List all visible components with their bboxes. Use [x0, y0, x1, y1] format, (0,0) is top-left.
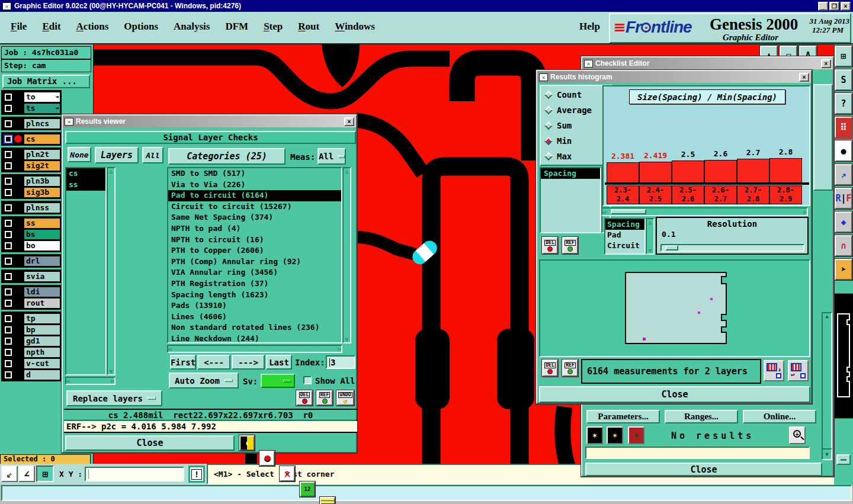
- layer-row-gd1[interactable]: gd1: [3, 335, 60, 346]
- layer-checkbox[interactable]: [5, 151, 12, 158]
- next-button[interactable]: --->: [232, 355, 265, 370]
- layer-chip[interactable]: sig3b: [24, 188, 60, 197]
- stat-radio-count[interactable]: Count: [541, 87, 611, 102]
- category-item[interactable]: Circuit to circuit (15267): [168, 201, 341, 213]
- xy-grid-icon[interactable]: ⊞: [835, 46, 852, 67]
- category-item[interactable]: NPTH to pad (4): [168, 223, 341, 235]
- layer-chip[interactable]: to◄: [24, 92, 60, 102]
- layer-checkbox[interactable]: [5, 220, 12, 227]
- layer-checkbox[interactable]: [5, 136, 12, 143]
- histogram-titlebar[interactable]: ✕ Results histogram ×: [537, 71, 811, 83]
- category-item[interactable]: PTH Registration (37): [168, 278, 341, 290]
- layer-row-rout[interactable]: rout: [3, 297, 60, 309]
- layer-checkbox[interactable]: [5, 204, 12, 211]
- menu-file[interactable]: File: [11, 21, 27, 33]
- layer-chip[interactable]: bp: [24, 325, 60, 335]
- layer-checkbox[interactable]: [5, 189, 12, 196]
- radio-diamond-icon[interactable]: [544, 106, 553, 114]
- step-path-icon[interactable]: S: [835, 69, 852, 91]
- minimize-button[interactable]: _: [818, 2, 828, 11]
- layer-chip[interactable]: npth: [24, 348, 60, 357]
- menu-actions[interactable]: Actions: [76, 21, 109, 33]
- job-matrix-button[interactable]: Job Matrix ...: [2, 75, 90, 88]
- measurements-del-button[interactable]: DEL: [542, 359, 558, 377]
- select-net-icon[interactable]: ➤: [835, 259, 852, 280]
- viewer-del-button[interactable]: DEL: [296, 390, 313, 406]
- layer-chip[interactable]: sig2t: [24, 161, 60, 171]
- results-viewer-titlebar[interactable]: ✕ Results viewer ×: [63, 115, 356, 127]
- category-item[interactable]: Pad to circuit (6164): [168, 190, 341, 201]
- layer-checkbox[interactable]: [5, 120, 12, 127]
- ranges-button[interactable]: Ranges...: [665, 410, 738, 423]
- stat-radio-sum[interactable]: Sum: [541, 118, 611, 133]
- radio-diamond-icon[interactable]: [544, 152, 553, 160]
- layer-chip[interactable]: pln3b: [24, 176, 60, 186]
- layer-checkbox[interactable]: [5, 273, 12, 280]
- undo-button[interactable]: UNDO↺: [336, 390, 354, 406]
- viewer-ref-button[interactable]: REF: [316, 390, 333, 406]
- renumber-icon[interactable]: 12: [300, 481, 315, 497]
- main-titlebar[interactable]: ✕ Graphic Editor 9.02c2 (00@HY-HYCAM-PC0…: [0, 0, 853, 12]
- menu-edit[interactable]: Edit: [42, 21, 60, 33]
- zoom-results-button[interactable]: +: [789, 426, 806, 444]
- menu-help[interactable]: Help: [579, 21, 600, 33]
- layers-button[interactable]: Layers: [95, 147, 139, 163]
- layer-checkbox[interactable]: [5, 338, 12, 345]
- attribute-item[interactable]: Pad: [605, 230, 644, 240]
- menu-dfm[interactable]: DFM: [225, 21, 248, 33]
- layer-row-d[interactable]: d: [3, 369, 60, 380]
- layer-chip[interactable]: ss: [24, 219, 60, 228]
- stat-radio-average[interactable]: Average: [541, 102, 611, 118]
- layer-row-v-cut[interactable]: v-cut: [3, 358, 60, 369]
- layer-chip[interactable]: plncs: [24, 119, 60, 129]
- layer-checkbox[interactable]: [5, 349, 12, 356]
- import-histogram-icon[interactable]: ↵: [788, 360, 809, 381]
- pad-shapes-icon[interactable]: ◆: [835, 211, 852, 233]
- category-item[interactable]: Via to Via (226): [168, 179, 341, 191]
- layer-row-bs[interactable]: bs: [3, 229, 60, 240]
- maximize-button[interactable]: ❐: [829, 2, 839, 11]
- stat-radio-min[interactable]: Min: [541, 133, 611, 149]
- layer-chip[interactable]: drl: [24, 256, 60, 266]
- results-viewer-close-icon[interactable]: ×: [344, 117, 354, 126]
- attribute-item[interactable]: Spacing: [605, 219, 644, 230]
- menu-analysis[interactable]: Analysis: [174, 21, 210, 33]
- layer-checkbox[interactable]: [5, 242, 12, 249]
- plot-hscrollbar[interactable]: ◁▷: [601, 207, 808, 216]
- help-icon[interactable]: ?: [835, 93, 852, 114]
- layer-chip[interactable]: bs: [24, 230, 60, 239]
- signal-lights-icon[interactable]: ⠿: [835, 117, 852, 138]
- replace-layers-dropdown[interactable]: Replace layers: [66, 390, 162, 406]
- menu-rout[interactable]: Rout: [298, 21, 319, 33]
- pad-dot-icon[interactable]: ●: [835, 140, 852, 162]
- category-item[interactable]: Pads (13910): [168, 300, 341, 312]
- layer-row-svia[interactable]: svia: [3, 271, 60, 282]
- layer-checkbox[interactable]: [5, 315, 12, 322]
- checklist-titlebar[interactable]: ✕ Checklist Editor ×: [582, 57, 833, 69]
- layer-row-sig2t[interactable]: sig2t: [3, 160, 60, 171]
- sv-dropdown[interactable]: [261, 374, 295, 388]
- menu-step[interactable]: Step: [264, 21, 283, 33]
- layer-chip[interactable]: ts◄: [24, 104, 60, 113]
- layer-checkbox[interactable]: [5, 94, 12, 101]
- category-item[interactable]: SMD to SMD (517): [168, 168, 341, 179]
- layer-row-ts[interactable]: ts◄: [3, 102, 60, 114]
- layer-row-to[interactable]: to◄: [3, 91, 60, 102]
- layer-chip[interactable]: rout: [24, 298, 60, 308]
- run-check-error-icon[interactable]: ✶: [628, 426, 644, 444]
- layer-checkbox[interactable]: [5, 326, 12, 333]
- histogram-del-button[interactable]: DEL: [542, 237, 558, 254]
- alert-button[interactable]: !: [188, 466, 205, 483]
- run-check-partial-icon[interactable]: ✶: [607, 426, 623, 444]
- export-histogram-icon[interactable]: ↓: [764, 360, 784, 381]
- layer-checkbox[interactable]: [5, 288, 12, 296]
- attribute-list-scrollbar[interactable]: △▽: [646, 218, 655, 255]
- xy-input[interactable]: [85, 467, 184, 481]
- close-button[interactable]: ×: [841, 2, 851, 11]
- layer-checkbox[interactable]: [5, 231, 12, 238]
- histogram-close-button[interactable]: Close: [539, 386, 810, 403]
- layer-checkbox[interactable]: [5, 162, 12, 169]
- all-button[interactable]: All: [142, 147, 163, 163]
- stat-radio-max[interactable]: Max: [541, 149, 611, 164]
- resolution-slider-thumb[interactable]: [665, 245, 678, 251]
